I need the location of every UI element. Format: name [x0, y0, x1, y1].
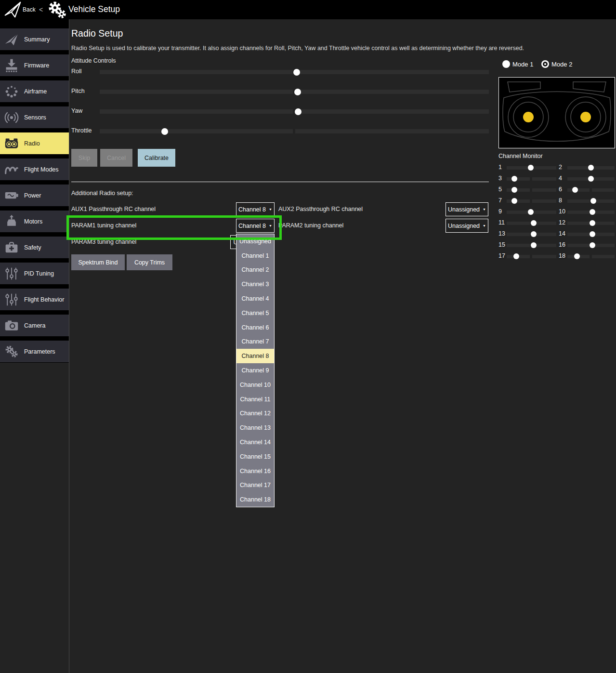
dropdown-option-channel-11[interactable]: Channel 11: [236, 392, 274, 407]
aux1-channel-dropdown[interactable]: Channel 8▼: [236, 202, 275, 216]
channel-11-monitor-slider: [507, 222, 556, 225]
channel-13-number: 13: [498, 230, 505, 237]
param1-channel-value: Channel 8: [238, 223, 266, 229]
section-divider: [71, 182, 489, 182]
sidebar-item-camera[interactable]: Camera: [0, 315, 69, 336]
dropdown-option-channel-3[interactable]: Channel 3: [236, 277, 274, 291]
sidebar-item-label: Power: [24, 192, 41, 199]
slider-track-segment: [592, 211, 615, 214]
dropdown-option-channel-18[interactable]: Channel 18: [236, 492, 274, 507]
dropdown-option-channel-15[interactable]: Channel 15: [236, 449, 274, 464]
sidebar-item-summary[interactable]: Summary: [0, 28, 69, 50]
paper-plane-icon: [3, 31, 20, 48]
breadcrumb-separator: <: [39, 6, 43, 13]
chevron-down-icon: ▼: [483, 224, 486, 227]
sensors-icon: [3, 109, 20, 126]
dropdown-option-channel-8[interactable]: Channel 8: [236, 349, 274, 363]
roll-monitor-slider: [100, 70, 489, 74]
dropdown-option-channel-13[interactable]: Channel 13: [236, 421, 274, 435]
slider-thumb: [531, 242, 537, 248]
radio-button-icon: [502, 60, 510, 68]
channel-1-monitor-slider: [507, 166, 556, 170]
channel-5-monitor-slider: [507, 188, 556, 192]
sidebar-item-airframe[interactable]: Airframe: [0, 80, 69, 102]
dropdown-option-channel-4[interactable]: Channel 4: [236, 291, 274, 306]
qgc-paper-plane-logo-icon[interactable]: [4, 1, 22, 19]
aux2-channel-value: Unassigned: [448, 206, 480, 213]
dropdown-option-channel-16[interactable]: Channel 16: [236, 464, 274, 478]
sidebar-item-power[interactable]: Power: [0, 185, 69, 206]
channel-5-number: 5: [498, 186, 502, 193]
dropdown-option-channel-5[interactable]: Channel 5: [236, 306, 274, 320]
dropdown-option-channel-2[interactable]: Channel 2: [236, 263, 274, 277]
pitch-monitor-slider: [100, 90, 489, 94]
param1-channel-dropdown[interactable]: Channel 8▼: [236, 219, 275, 233]
slider-track-segment: [567, 244, 590, 247]
sidebar-item-flight-modes[interactable]: Flight Modes: [0, 158, 69, 180]
window-title: Vehicle Setup: [68, 4, 120, 14]
channel-17-monitor-slider: [507, 255, 556, 258]
slider-track-segment: [592, 222, 615, 225]
channel-18-monitor-slider: [567, 255, 615, 258]
motors-icon: [3, 213, 20, 230]
param2-tuning-label: PARAM2 tuning channel: [278, 222, 343, 229]
slider-thumb: [574, 253, 580, 259]
dropdown-option-channel-1[interactable]: Channel 1: [236, 249, 274, 263]
slider-thumb: [531, 220, 537, 226]
slider-track-segment: [507, 177, 530, 181]
calibrate-button[interactable]: Calibrate: [138, 149, 175, 167]
dropdown-option-channel-9[interactable]: Channel 9: [236, 363, 274, 378]
sidebar-item-flight-behavior[interactable]: Flight Behavior: [0, 289, 69, 310]
dropdown-option-channel-6[interactable]: Channel 6: [236, 320, 274, 335]
copy-trims-button[interactable]: Copy Trims: [127, 254, 172, 270]
slider-track-segment: [592, 233, 615, 236]
flight-behavior-icon: [3, 291, 20, 308]
channel-4-number: 4: [559, 175, 562, 182]
flight-modes-icon: [3, 161, 20, 178]
dropdown-option-channel-12[interactable]: Channel 12: [236, 407, 274, 421]
slider-track-segment: [100, 129, 293, 133]
channel-15-monitor-slider: [507, 244, 556, 247]
sidebar-item-sensors[interactable]: Sensors: [0, 106, 69, 128]
mode-2-radio[interactable]: Mode 2: [541, 60, 572, 68]
throttle-slider-label: Throttle: [71, 127, 92, 134]
dropdown-option-channel-7[interactable]: Channel 7: [236, 335, 274, 349]
sidebar-item-safety[interactable]: Safety: [0, 237, 69, 258]
dropdown-option-channel-17[interactable]: Channel 17: [236, 478, 274, 493]
dropdown-option-unassigned[interactable]: Unassigned: [236, 234, 274, 249]
yaw-slider-label: Yaw: [71, 107, 82, 114]
slider-track-segment: [295, 129, 489, 133]
aux2-channel-dropdown[interactable]: Unassigned▼: [446, 202, 488, 216]
back-button[interactable]: Back: [23, 6, 36, 13]
aux2-passthrough-label: AUX2 Passthrough RC channel: [278, 206, 363, 212]
channel-7-number: 7: [498, 197, 502, 204]
slider-track-segment: [532, 211, 556, 214]
slider-track-segment: [100, 109, 293, 114]
slider-track-segment: [507, 233, 530, 236]
param2-channel-dropdown[interactable]: Unassigned▼: [446, 219, 488, 233]
slider-track-segment: [507, 188, 530, 192]
sidebar-item-motors[interactable]: Motors: [0, 211, 69, 232]
dropdown-option-channel-14[interactable]: Channel 14: [236, 435, 274, 449]
attitude-controls-label: Attitude Controls: [71, 57, 116, 64]
channel-8-number: 8: [559, 197, 562, 204]
cancel-button[interactable]: Cancel: [100, 149, 132, 167]
slider-thumb: [295, 108, 301, 115]
sidebar-item-firmware[interactable]: Firmware: [0, 54, 69, 76]
dropdown-option-channel-10[interactable]: Channel 10: [236, 378, 274, 392]
sidebar-divider: [69, 19, 69, 673]
mode-1-radio[interactable]: Mode 1: [502, 60, 533, 68]
sidebar-item-radio[interactable]: Radio: [0, 132, 69, 154]
right-stick-dot: [580, 112, 591, 122]
channel-10-monitor-slider: [567, 211, 615, 214]
aux1-passthrough-label: AUX1 Passthrough RC channel: [71, 206, 156, 212]
aux1-channel-value: Channel 8: [238, 206, 266, 213]
spektrum-bind-button[interactable]: Spektrum Bind: [71, 254, 125, 270]
sidebar-item-pid-tuning[interactable]: PID Tuning: [0, 263, 69, 284]
param3-tuning-label: PARAM3 tuning channel: [71, 238, 136, 245]
sidebar-item-label: Flight Behavior: [24, 296, 64, 303]
sidebar-item-parameters[interactable]: Parameters: [0, 341, 69, 362]
skip-button[interactable]: Skip: [71, 149, 97, 167]
slider-thumb: [590, 209, 595, 215]
page-title: Radio Setup: [71, 28, 123, 39]
